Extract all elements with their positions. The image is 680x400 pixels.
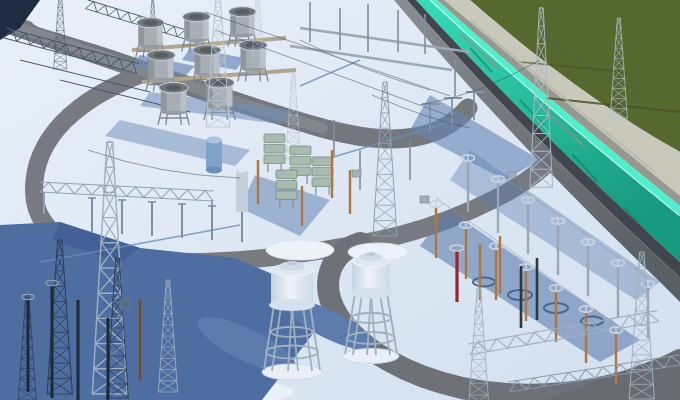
viewport-3d[interactable] — [0, 0, 680, 400]
blue-cylinder-tank[interactable] — [206, 137, 222, 174]
substation-3d-render — [0, 0, 680, 400]
insulator-column[interactable] — [236, 167, 248, 212]
